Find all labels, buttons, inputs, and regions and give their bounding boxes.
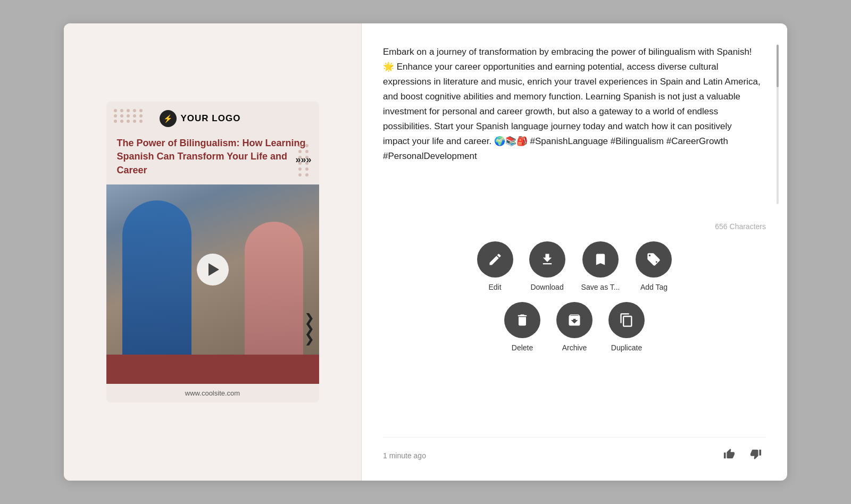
video-section: ❯ ❯ ❯ <box>106 184 319 355</box>
play-button[interactable] <box>197 254 229 285</box>
chevron-right-icon: »»» <box>295 155 311 164</box>
action-row-1: Edit Download <box>383 241 766 291</box>
action-row-2: Delete Archive <box>383 302 766 352</box>
footer-bar: 1 minute ago <box>383 437 766 465</box>
edit-icon[interactable] <box>477 241 513 278</box>
post-website: www.coolsite.com <box>106 384 319 402</box>
pencil-svg <box>488 252 503 267</box>
download-icon[interactable] <box>529 241 565 278</box>
archive-svg <box>567 313 582 327</box>
thumbs-down-icon <box>750 448 762 460</box>
timestamp: 1 minute ago <box>383 451 426 460</box>
archive-icon[interactable] <box>556 302 593 338</box>
duplicate-action[interactable]: Duplicate <box>608 302 645 352</box>
duplicate-label: Duplicate <box>611 343 642 352</box>
add-tag-label: Add Tag <box>640 283 668 291</box>
char-count: 656 Characters <box>383 222 766 231</box>
duplicate-svg <box>619 313 634 327</box>
edit-label: Edit <box>488 283 501 291</box>
post-preview: ⚡ YOUR LOGO »»» The Power of B <box>106 102 319 402</box>
logo-text: YOUR LOGO <box>181 113 241 124</box>
content-text: Embark on a journey of transformation by… <box>383 45 766 215</box>
download-svg <box>540 252 555 267</box>
add-tag-action[interactable]: Add Tag <box>636 241 672 291</box>
feedback-buttons <box>719 446 766 465</box>
delete-action[interactable]: Delete <box>504 302 540 352</box>
delete-label: Delete <box>512 343 533 352</box>
save-template-label: Save as T... <box>581 283 620 291</box>
logo-badge: ⚡ <box>160 110 177 127</box>
scrollbar-track[interactable] <box>777 45 779 204</box>
thumbs-up-button[interactable] <box>719 446 739 465</box>
post-footer-bar <box>106 355 319 384</box>
bookmark-svg <box>593 252 608 267</box>
left-panel: ⚡ YOUR LOGO »»» The Power of B <box>64 23 362 481</box>
tag-svg <box>646 252 661 267</box>
chevron-down-icon: ❯ ❯ ❯ <box>305 313 314 344</box>
edit-action[interactable]: Edit <box>477 241 513 291</box>
thumbs-up-icon <box>723 448 735 460</box>
dots-decoration-top <box>114 109 144 123</box>
action-buttons: Edit Download <box>383 241 766 352</box>
download-label: Download <box>530 283 563 291</box>
main-card: ⚡ YOUR LOGO »»» The Power of B <box>64 23 787 481</box>
download-action[interactable]: Download <box>529 241 565 291</box>
scrollbar-thumb[interactable] <box>777 45 779 87</box>
right-panel: Embark on a journey of transformation by… <box>362 23 787 481</box>
trash-svg <box>515 313 530 327</box>
thumbs-down-button[interactable] <box>746 446 766 465</box>
add-tag-icon[interactable] <box>636 241 672 278</box>
duplicate-icon[interactable] <box>608 302 645 338</box>
delete-icon[interactable] <box>504 302 540 338</box>
archive-action[interactable]: Archive <box>556 302 593 352</box>
play-triangle-icon <box>208 263 219 276</box>
post-title: The Power of Bilingualism: How Learning … <box>106 131 319 184</box>
archive-label: Archive <box>562 343 587 352</box>
save-template-action[interactable]: Save as T... <box>581 241 620 291</box>
save-template-icon[interactable] <box>582 241 619 278</box>
